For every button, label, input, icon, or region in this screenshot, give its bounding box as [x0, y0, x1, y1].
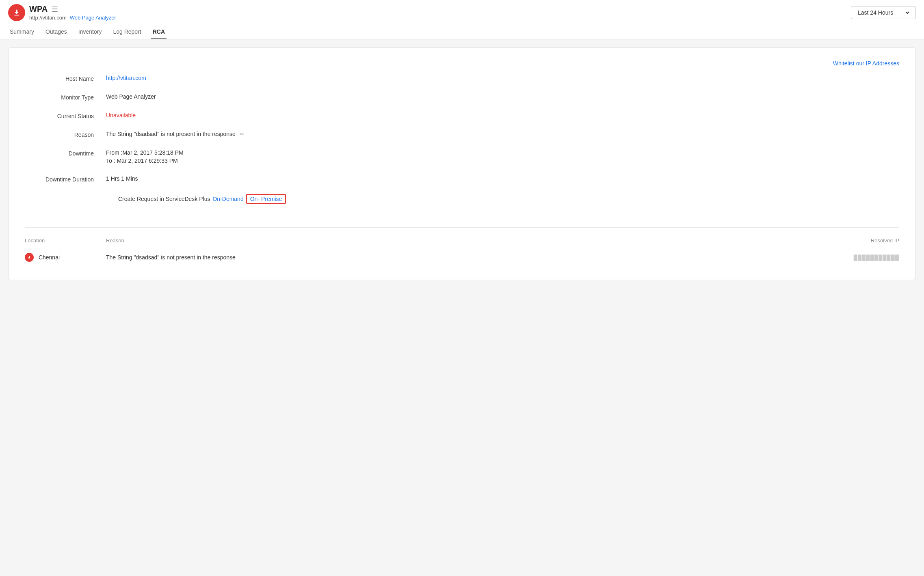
- hamburger-icon[interactable]: ☰: [52, 5, 58, 14]
- col-resolved-ip-header: Resolved IP: [826, 237, 899, 244]
- host-name-value[interactable]: http://vtitan.com: [106, 75, 899, 81]
- header-title-row: WPA ☰: [29, 4, 116, 14]
- downtime-duration-value: 1 Hrs 1 Mins: [106, 175, 899, 182]
- divider: [25, 227, 899, 228]
- table-header: Location Reason Resolved IP: [25, 234, 899, 247]
- time-range-select[interactable]: Last 24 Hours Last 7 Days Last 30 Days: [856, 9, 911, 16]
- app-logo: [8, 4, 25, 21]
- monitor-type-link[interactable]: Web Page Analyzer: [70, 15, 116, 21]
- app-name: WPA: [29, 4, 48, 14]
- reason-label: Reason: [25, 131, 106, 138]
- servicedesk-row: Create Request in ServiceDesk Plus On-De…: [25, 194, 899, 204]
- location-status-icon: [25, 253, 34, 262]
- whitelist-ip-link[interactable]: Whitelist our IP Addresses: [833, 60, 899, 67]
- on-premise-link[interactable]: On- Premise: [246, 194, 286, 204]
- main-content: Whitelist our IP Addresses Host Name htt…: [0, 39, 924, 288]
- on-demand-link[interactable]: On-Demand: [212, 196, 243, 202]
- blurred-ip: ███████████: [854, 255, 899, 261]
- reason-text: The String "dsadsad" is not present in t…: [106, 131, 245, 137]
- tab-log-report[interactable]: Log Report: [111, 25, 143, 39]
- downtime-label: Downtime: [25, 149, 106, 157]
- downtime-duration-label: Downtime Duration: [25, 175, 106, 183]
- header: WPA ☰ http://vtitan.com Web Page Analyze…: [0, 0, 924, 39]
- detail-section: Host Name http://vtitan.com Monitor Type…: [25, 71, 899, 223]
- reason-value: The String "dsadsad" is not present in t…: [106, 131, 899, 137]
- host-url-link[interactable]: http://vtitan.com: [29, 15, 67, 21]
- header-title-area: WPA ☰ http://vtitan.com Web Page Analyze…: [29, 4, 116, 21]
- monitor-type-row: Monitor Type Web Page Analyzer: [25, 93, 899, 101]
- header-subtitle: http://vtitan.com Web Page Analyzer: [29, 15, 116, 21]
- downtime-from: From :Mar 2, 2017 5:28:18 PM: [106, 149, 899, 156]
- tab-inventory[interactable]: Inventory: [77, 25, 104, 39]
- monitor-type-value: Web Page Analyzer: [106, 93, 899, 100]
- current-status-label: Current Status: [25, 112, 106, 119]
- monitor-type-label: Monitor Type: [25, 93, 106, 101]
- down-arrow-icon: [27, 255, 32, 260]
- downtime-row: Downtime From :Mar 2, 2017 5:28:18 PM To…: [25, 149, 899, 164]
- downtime-duration-row: Downtime Duration 1 Hrs 1 Mins: [25, 175, 899, 183]
- table-row: Chennai The String "dsadsad" is not pres…: [25, 247, 899, 268]
- downtime-to: To : Mar 2, 2017 6:29:33 PM: [106, 157, 899, 164]
- header-left: WPA ☰ http://vtitan.com Web Page Analyze…: [8, 4, 116, 21]
- card-header-actions: Whitelist our IP Addresses: [25, 60, 899, 67]
- host-name-label: Host Name: [25, 75, 106, 82]
- nav-tabs: Summary Outages Inventory Log Report RCA: [8, 25, 916, 39]
- location-table: Location Reason Resolved IP Chennai The …: [25, 234, 899, 268]
- time-range-dropdown[interactable]: Last 24 Hours Last 7 Days Last 30 Days: [851, 6, 916, 19]
- tab-outages[interactable]: Outages: [44, 25, 69, 39]
- reason-cell: The String "dsadsad" is not present in t…: [106, 254, 826, 261]
- servicedesk-text: Create Request in ServiceDesk Plus: [118, 196, 210, 202]
- tab-summary[interactable]: Summary: [8, 25, 36, 39]
- resolved-ip-cell: ███████████: [826, 254, 899, 261]
- downtime-value: From :Mar 2, 2017 5:28:18 PM To : Mar 2,…: [106, 149, 899, 164]
- location-cell: Chennai: [25, 253, 106, 262]
- reason-row: Reason The String "dsadsad" is not prese…: [25, 131, 899, 138]
- location-name: Chennai: [39, 254, 60, 261]
- host-name-row: Host Name http://vtitan.com: [25, 75, 899, 82]
- header-top: WPA ☰ http://vtitan.com Web Page Analyze…: [8, 4, 916, 21]
- col-reason-header: Reason: [106, 237, 826, 244]
- edit-icon[interactable]: ✏: [240, 131, 245, 137]
- col-location-header: Location: [25, 237, 106, 244]
- current-status-value: Unavailable: [106, 112, 899, 119]
- download-icon: [12, 8, 21, 17]
- rca-card: Whitelist our IP Addresses Host Name htt…: [8, 47, 916, 280]
- reason-text-content: The String "dsadsad" is not present in t…: [106, 131, 236, 137]
- tab-rca[interactable]: RCA: [151, 25, 167, 39]
- current-status-row: Current Status Unavailable: [25, 112, 899, 119]
